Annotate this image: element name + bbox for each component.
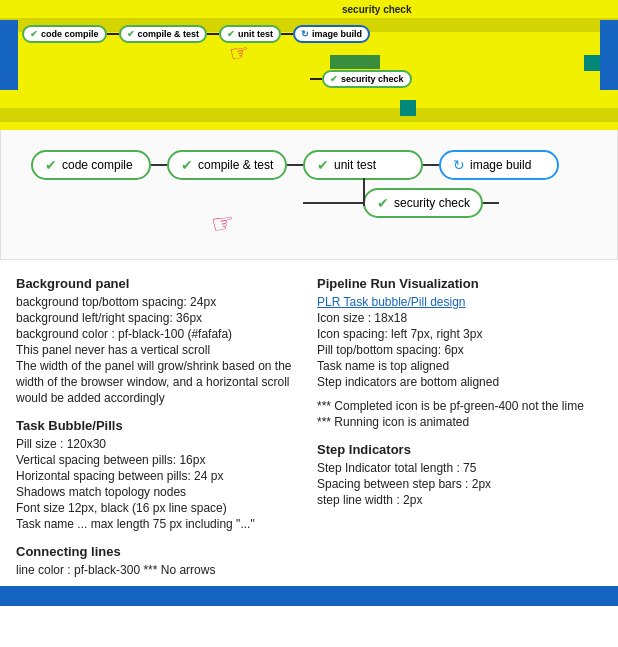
connector-ut-ib [423, 164, 439, 166]
check-icon-ct: ✔ [181, 157, 193, 173]
pill-image-build: ↻ image build [439, 150, 559, 180]
connector-cc-ct [151, 164, 167, 166]
description-section: Background panel background top/bottom s… [0, 260, 618, 578]
top-pill-code-compile: ✔ code compile [22, 25, 107, 43]
top-pill-compile-test: ✔ compile & test [119, 25, 208, 43]
plr-link[interactable]: PLR Task bubble/Pill design [317, 294, 602, 310]
bg-panel-item-4: The width of the panel will grow/shrink … [16, 358, 301, 406]
plr-item-3: Pill top/bottom spacing: 6px [317, 342, 602, 358]
top-pill-row-1: ✔ code compile ✔ compile & test ✔ unit t… [22, 25, 370, 43]
pipeline-main-row: ✔ code compile ✔ compile & test ✔ unit t… [31, 150, 587, 218]
check-icon-1: ✔ [30, 29, 38, 39]
plr-item-4: Task name is top aligned [317, 358, 602, 374]
connector-ct-ut [287, 164, 303, 166]
check-icon-2: ✔ [127, 29, 135, 39]
plr-item-1: Icon size : 18x18 [317, 310, 602, 326]
yellow-band-bottom [0, 108, 618, 122]
bottom-pipeline-section: ✔ code compile ✔ compile & test ✔ unit t… [0, 130, 618, 260]
step-item-1: Spacing between step bars : 2px [317, 476, 602, 492]
check-icon-3: ✔ [227, 29, 235, 39]
cursor-icon-top: ☞ [228, 38, 252, 67]
bg-panel-item-1: background left/right spacing: 36px [16, 310, 301, 326]
step-item-0: Step Indicator total length : 75 [317, 460, 602, 476]
task-bubble-title: Task Bubble/Pills [16, 418, 301, 434]
connector-1 [107, 33, 119, 35]
unit-test-row: ✔ unit test ↻ image build [303, 150, 559, 180]
check-icon-4: ✔ [330, 74, 338, 84]
plr-note-0: *** Completed icon is be pf-green-400 no… [317, 398, 602, 414]
task-bubble-item-3: Shadows match topology nodes [16, 484, 301, 500]
plr-note-1: *** Running icon is animated [317, 414, 602, 430]
connector-2 [207, 33, 219, 35]
check-icon-cc: ✔ [45, 157, 57, 173]
pill-unit-test: ✔ unit test [303, 150, 423, 180]
connector-4 [310, 78, 322, 80]
desc-left-column: Background panel background top/bottom s… [16, 276, 301, 578]
spin-icon-ib: ↻ [453, 157, 465, 173]
pill-code-compile: ✔ code compile [31, 150, 151, 180]
connector-3 [281, 33, 293, 35]
bg-panel-item-3: This panel never has a vertical scroll [16, 342, 301, 358]
blue-sidebar-left [0, 20, 18, 90]
bottom-bar [0, 586, 618, 606]
branch-vertical-line [363, 178, 365, 206]
top-pipeline-section: ✔ code compile ✔ compile & test ✔ unit t… [0, 0, 618, 130]
teal-square-1 [400, 100, 416, 116]
branch-group: ✔ unit test ↻ image build ✔ security che… [303, 150, 559, 218]
bg-panel-title: Background panel [16, 276, 301, 292]
connector-branch-sc [303, 202, 363, 204]
task-bubble-item-0: Pill size : 120x30 [16, 436, 301, 452]
top-pill-unit-test: ✔ unit test [219, 25, 281, 43]
desc-right-column: Pipeline Run Visualization PLR Task bubb… [317, 276, 602, 578]
step-indicators-title: Step Indicators [317, 442, 602, 458]
top-pill-security-check: ✔ security check [322, 70, 412, 88]
plr-viz-title: Pipeline Run Visualization [317, 276, 602, 292]
pill-compile-test: ✔ compile & test [167, 150, 287, 180]
check-icon-sc: ✔ [377, 195, 389, 211]
green-rect [330, 55, 380, 69]
pill-security-check: ✔ security check [363, 188, 483, 218]
plr-item-5: Step indicators are bottom aligned [317, 374, 602, 390]
task-bubble-item-1: Vertical spacing between pills: 16px [16, 452, 301, 468]
bg-panel-item-2: background color : pf-black-100 (#fafafa… [16, 326, 301, 342]
task-bubble-item-4: Font size 12px, black (16 px line space) [16, 500, 301, 516]
connecting-lines-title: Connecting lines [16, 544, 301, 560]
connector-sc-end [483, 202, 499, 204]
check-icon-ut: ✔ [317, 157, 329, 173]
teal-square-2 [584, 55, 600, 71]
bg-panel-item-0: background top/bottom spacing: 24px [16, 294, 301, 310]
step-item-2: step line width : 2px [317, 492, 602, 508]
task-bubble-item-2: Horizontal spacing between pills: 24 px [16, 468, 301, 484]
spin-icon-1: ↻ [301, 29, 309, 39]
blue-sidebar-right [600, 20, 618, 90]
security-check-row: ✔ security check [303, 188, 559, 218]
top-security-label: security check [342, 4, 412, 15]
top-pill-image-build: ↻ image build [293, 25, 370, 43]
top-pill-row-2: ✔ security check [310, 70, 412, 88]
task-bubble-item-5: Task name ... max length 75 px including… [16, 516, 301, 532]
plr-item-2: Icon spacing: left 7px, right 3px [317, 326, 602, 342]
connecting-lines-item-0: line color : pf-black-300 *** No arrows [16, 562, 301, 578]
